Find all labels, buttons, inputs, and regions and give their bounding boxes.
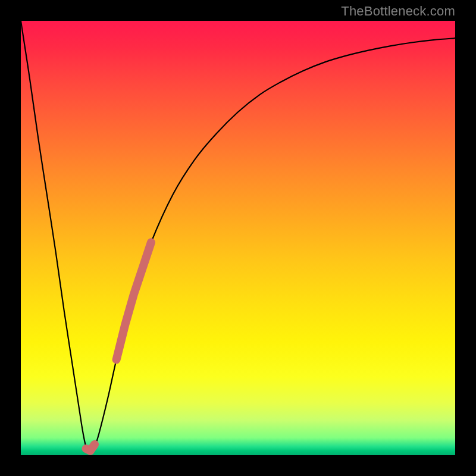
chart-frame: TheBottleneck.com	[0, 0, 476, 476]
watermark-text: TheBottleneck.com	[341, 4, 455, 19]
marker-minimum	[86, 444, 95, 451]
curve-svg	[21, 21, 455, 455]
marker-ascending	[117, 242, 151, 359]
plot-area	[21, 21, 455, 455]
deviation-curve	[21, 21, 455, 451]
